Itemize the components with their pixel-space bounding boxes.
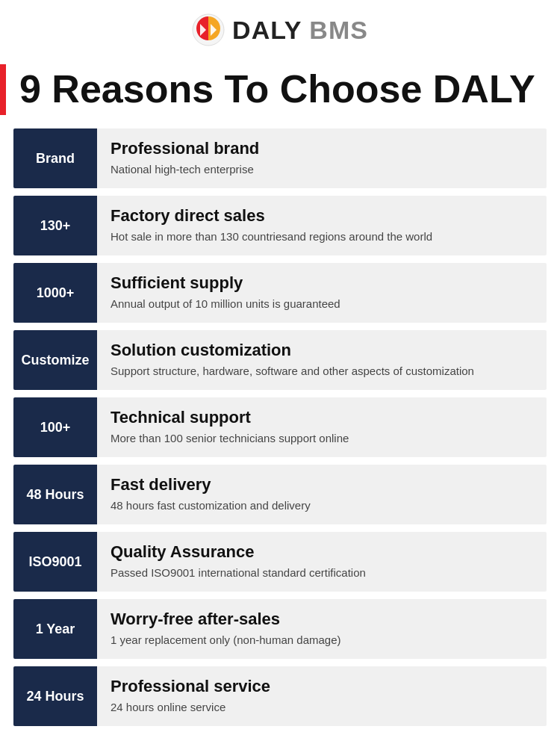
reasons-list: Brand Professional brand National high-t…	[0, 128, 560, 726]
reason-content: Professional service 24 hours online ser…	[97, 666, 284, 726]
reason-title: Sufficient supply	[111, 273, 340, 293]
reason-desc: More than 100 senior technicians support…	[111, 430, 349, 447]
reason-title: Factory direct sales	[111, 206, 432, 226]
reason-item: 24 Hours Professional service 24 hours o…	[13, 666, 547, 726]
reason-content: Factory direct sales Hot sale in more th…	[97, 196, 446, 255]
red-accent-bar	[0, 64, 6, 115]
reason-item: 130+ Factory direct sales Hot sale in mo…	[13, 196, 547, 255]
reason-badge: 1 Year	[13, 599, 97, 659]
title-section: 9 Reasons To Choose DALY	[0, 57, 560, 128]
reason-content: Technical support More than 100 senior t…	[97, 397, 362, 457]
reason-content: Fast delivery 48 hours fast customizatio…	[97, 465, 324, 524]
reason-desc: National high-tech enterprise	[111, 161, 259, 178]
reason-content: Worry-free after-sales 1 year replacemen…	[97, 599, 355, 659]
reason-item: 1 Year Worry-free after-sales 1 year rep…	[13, 599, 547, 659]
reason-item: 1000+ Sufficient supply Annual output of…	[13, 263, 547, 323]
reason-desc: Hot sale in more than 130 countriesand r…	[111, 229, 432, 245]
reason-desc: Support structure, hardware, software an…	[111, 363, 474, 379]
reason-desc: 24 hours online service	[111, 699, 270, 716]
reason-badge: 48 Hours	[13, 465, 97, 524]
reason-content: Professional brand National high-tech en…	[97, 128, 273, 188]
reason-title: Technical support	[111, 408, 349, 427]
reason-title: Professional service	[111, 677, 270, 696]
reason-badge: Customize	[13, 330, 97, 390]
reason-desc: 1 year replacement only (non-human damag…	[111, 632, 341, 648]
reason-badge: 1000+	[13, 263, 97, 323]
reason-badge: 130+	[13, 196, 97, 255]
header: DALY BMS	[0, 0, 560, 57]
reason-title: Quality Assurance	[111, 542, 366, 562]
logo-text: DALY BMS	[232, 16, 368, 45]
reason-item: ISO9001 Quality Assurance Passed ISO9001…	[13, 532, 547, 592]
reason-item: 100+ Technical support More than 100 sen…	[13, 397, 547, 457]
reason-badge: Brand	[13, 128, 97, 188]
reason-desc: 48 hours fast customization and delivery	[111, 498, 311, 514]
reason-desc: Passed ISO9001 international standard ce…	[111, 565, 366, 581]
reason-item: 48 Hours Fast delivery 48 hours fast cus…	[13, 465, 547, 524]
logo-daly: DALY	[232, 16, 302, 44]
reason-badge: 24 Hours	[13, 666, 97, 726]
reason-item: Customize Solution customization Support…	[13, 330, 547, 390]
reason-content: Sufficient supply Annual output of 10 mi…	[97, 263, 354, 323]
reason-badge: 100+	[13, 397, 97, 457]
reason-title: Fast delivery	[111, 475, 311, 495]
reason-content: Quality Assurance Passed ISO9001 interna…	[97, 532, 379, 592]
page-title: 9 Reasons To Choose DALY	[19, 68, 535, 111]
logo-bms: BMS	[309, 16, 368, 44]
reason-title: Professional brand	[111, 139, 259, 158]
reason-title: Worry-free after-sales	[111, 610, 341, 629]
reason-desc: Annual output of 10 million units is gua…	[111, 296, 340, 312]
reason-item: Brand Professional brand National high-t…	[13, 128, 547, 188]
reason-title: Solution customization	[111, 341, 474, 360]
reason-content: Solution customization Support structure…	[97, 330, 488, 390]
reason-badge: ISO9001	[13, 532, 97, 592]
daly-logo-icon	[192, 13, 225, 46]
